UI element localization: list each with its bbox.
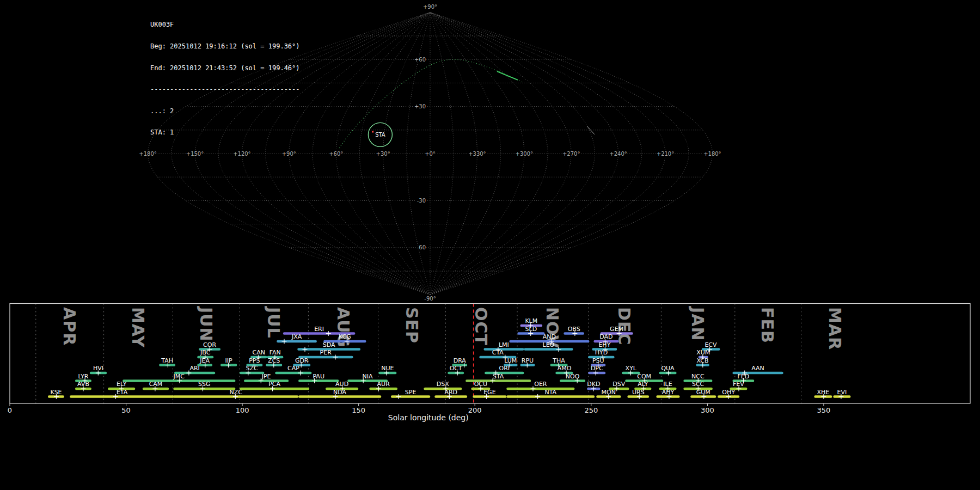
shower-NUE: NUE: [378, 365, 396, 376]
shower-label: STA: [493, 373, 504, 380]
shower-AVB: AVB: [75, 381, 91, 391]
x-axis: 050100150200250300350Solar longitude (de…: [8, 403, 830, 422]
shower-label: SDA: [323, 341, 335, 348]
shower-label: KSE: [50, 389, 62, 396]
shower-label: LUM: [504, 357, 517, 364]
shower-label: CAM: [149, 381, 163, 388]
shower-bars: KLMERISLDOBSGEMJXAKCGANDDADCORSDALMILEOE…: [48, 317, 850, 399]
x-tick-label: 150: [352, 406, 365, 414]
shower-bar: [70, 395, 174, 398]
shower-label: OCU: [474, 381, 487, 388]
shower-label: JPE: [261, 373, 271, 380]
shower-label: TAH: [161, 357, 173, 364]
shower-MON: MON: [596, 389, 621, 400]
shower-bar: [524, 348, 573, 351]
shower-label: SZC: [246, 365, 258, 372]
shower-label: ARD: [444, 389, 457, 396]
shower-label: THA: [552, 357, 565, 364]
shower-OHY: OHY: [718, 389, 739, 400]
shower-bar: [369, 388, 397, 390]
shower-label: DRA: [454, 357, 467, 364]
shower-label: NTA: [544, 389, 556, 396]
shower-EVI: EVI: [833, 389, 850, 400]
month-label: JUN: [197, 306, 216, 342]
shower-IIP: IIP: [220, 357, 237, 368]
shower-SPE: SPE: [391, 389, 430, 400]
latitude-label: +60: [414, 57, 426, 63]
shower-label: SPE: [405, 389, 416, 396]
equator-longitude-label: +0°: [425, 151, 436, 157]
shower-NTA: NTA: [506, 389, 595, 400]
shower-label: OHY: [722, 389, 735, 396]
shower-label: COM: [637, 373, 651, 380]
shower-bar: [275, 372, 311, 375]
shower-bar: [506, 388, 574, 390]
shower-KSE: KSE: [48, 389, 64, 400]
shower-label: NZC: [229, 389, 242, 396]
pole-label-south: -90°: [424, 296, 436, 302]
shower-EGE: EGE: [473, 389, 506, 400]
observation-end: End: 20251012 21:43:52 (sol = 199.46°): [150, 65, 300, 72]
shower-NDA: NDA: [298, 389, 381, 400]
shower-label: EVI: [837, 389, 847, 396]
latitude-label: +30: [414, 103, 426, 109]
shower-label: NUE: [381, 365, 394, 372]
equator-longitude-label: +120°: [233, 151, 250, 157]
shower-label: ETA: [117, 389, 128, 396]
shower-OCT: OCT: [448, 365, 464, 376]
shower-label: OER: [534, 381, 547, 388]
observation-begin: Beg: 20251012 19:16:12 (sol = 199.36°): [150, 43, 300, 50]
shower-SSG: SSG: [173, 381, 235, 391]
shower-label: MON: [602, 389, 616, 396]
sky-map-plot: +180°+150°+120°+90°+60°+30°+0°+330°+300°…: [0, 0, 980, 303]
x-axis-title: Solar longitude (deg): [388, 413, 469, 422]
shower-NZC: NZC: [173, 389, 298, 400]
equator-longitude-label: +210°: [657, 151, 674, 157]
shower-label: HVI: [93, 365, 103, 372]
shower-ARD: ARD: [434, 389, 467, 400]
shower-bar: [298, 395, 381, 398]
shower-label: KCG: [339, 333, 351, 340]
x-tick-label: 300: [701, 406, 714, 414]
equator-longitude-label: +60°: [329, 151, 343, 157]
shower-PCA: PCA: [240, 381, 309, 391]
month-label: JUL: [264, 306, 283, 339]
shower-LEO: LEO: [524, 341, 573, 352]
shower-ETA: ETA: [70, 389, 174, 400]
peak-marker: [333, 355, 338, 360]
shower-ZCS: ZCS: [266, 357, 282, 368]
shower-label: SLD: [525, 326, 537, 333]
shower-label: ELY: [117, 381, 127, 388]
shower-label: COR: [203, 341, 216, 348]
equator-longitude-label: +300°: [516, 151, 533, 157]
shower-label: FEV: [733, 381, 744, 388]
activity-timeline-plot: APRMAYJUNJULAUGSEPOCTNOVDECJANFEBMARKLME…: [0, 303, 980, 490]
shower-label: JMC: [173, 373, 185, 380]
shower-bar: [560, 379, 585, 382]
shower-count: STA: 1: [150, 129, 300, 136]
x-tick-label: 100: [236, 406, 249, 414]
shower-label: XHE: [817, 389, 829, 396]
shower-OER: OER: [506, 381, 574, 391]
peak-marker: [326, 331, 331, 336]
shower-label: JBC: [200, 349, 211, 356]
shower-label: AUD: [335, 381, 348, 388]
shower-ORI: ORI: [485, 365, 524, 376]
peak-marker: [303, 347, 308, 352]
latitude-label: -30: [417, 198, 426, 204]
month-label: OCT: [471, 307, 491, 346]
shower-GUM: GUM: [690, 389, 716, 400]
shower-label: GDR: [295, 357, 309, 364]
shower-OBS: OBS: [564, 326, 584, 336]
sta-radiant-label: STA: [375, 132, 385, 138]
shower-bar: [473, 395, 506, 398]
shower-label: PPS: [249, 357, 260, 364]
shower-label: XCB: [697, 357, 709, 364]
shower-label: JXA: [291, 333, 302, 340]
shower-HVI: HVI: [90, 365, 107, 376]
shower-label: NOO: [566, 373, 580, 380]
shower-label: EGE: [483, 389, 495, 396]
shower-CAM: CAM: [143, 381, 169, 391]
equator-longitude-label: +90°: [282, 151, 296, 157]
shower-label: ARI: [189, 365, 199, 372]
